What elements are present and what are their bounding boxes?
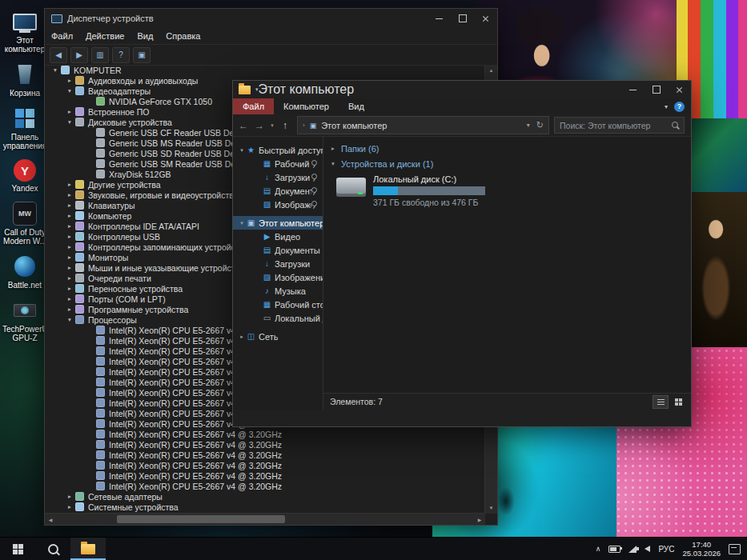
address-dropdown-icon[interactable]: ▾ <box>527 122 530 129</box>
expand-marker[interactable]: ▸ <box>66 77 74 84</box>
minimize-button[interactable] <box>428 9 451 28</box>
close-button[interactable] <box>474 9 497 28</box>
expand-marker[interactable]: ▾ <box>238 220 246 226</box>
tree-item[interactable]: Intel(R) Xeon(R) CPU E5-2667 v4 @ 3.20GH… <box>45 481 485 491</box>
ribbon-tab[interactable]: Файл <box>233 98 274 114</box>
horizontal-scrollbar[interactable]: ◀ ▶ <box>45 513 485 525</box>
tree-item[interactable]: Intel(R) Xeon(R) CPU E5-2667 v4 @ 3.20GH… <box>45 470 485 481</box>
tree-item[interactable]: Intel(R) Xeon(R) CPU E5-2667 v4 @ 3.20GH… <box>45 460 485 470</box>
expand-marker[interactable]: ▸ <box>66 285 74 292</box>
expand-marker[interactable]: ▸ <box>66 202 74 209</box>
expand-marker[interactable]: ▾ <box>66 118 74 126</box>
expand-marker[interactable]: ▸ <box>66 233 74 240</box>
expand-marker[interactable]: ▸ <box>66 503 74 510</box>
nav-item[interactable]: ▭ Локальный диск (C:) <box>233 311 323 325</box>
file-list-pane[interactable]: ▸ Папки (6) ▾ Устройства и диски (1) Лок… <box>323 137 691 410</box>
nav-item[interactable]: ↓ Загрузки <box>233 257 323 270</box>
scrollbar-thumb[interactable] <box>117 515 285 523</box>
tree-item[interactable]: Intel(R) Xeon(R) CPU E5-2667 v4 @ 3.20GH… <box>45 429 485 439</box>
language-indicator[interactable]: РУС <box>658 545 674 554</box>
tree-item[interactable]: ▸ Сетевые адаптеры <box>45 491 485 502</box>
menu-item[interactable]: Вид <box>131 31 159 41</box>
toolbar-icon[interactable]: ? <box>112 47 130 63</box>
nav-item[interactable]: ↓ Загрузки <box>233 170 323 184</box>
close-button[interactable] <box>668 81 691 98</box>
breadcrumb[interactable]: Этот компьютер <box>321 121 387 130</box>
network-icon[interactable] <box>629 546 637 553</box>
expand-marker[interactable]: ▸ <box>66 295 74 302</box>
hidden-icons-chevron[interactable]: ∧ <box>596 545 601 553</box>
toolbar-icon[interactable]: ◀ <box>50 47 67 63</box>
expand-marker[interactable]: ▸ <box>66 254 74 261</box>
expand-marker[interactable]: ▸ <box>66 306 74 313</box>
toolbar-icon[interactable]: ▶ <box>70 47 88 63</box>
nav-item[interactable]: ▤ Документы <box>233 184 323 198</box>
desktop-icon[interactable]: Этот компьютер <box>2 10 48 54</box>
device-manager-titlebar[interactable]: Диспетчер устройств <box>45 9 497 28</box>
help-icon[interactable]: ? <box>674 102 685 112</box>
start-button[interactable] <box>0 538 35 560</box>
taskbar-explorer-button[interactable] <box>70 538 106 560</box>
search-input[interactable] <box>554 117 685 134</box>
expand-marker[interactable]: ▾ <box>51 66 59 74</box>
back-icon[interactable]: ← <box>236 120 251 131</box>
refresh-icon[interactable]: ↻ <box>536 120 544 130</box>
nav-item[interactable]: ▦ Рабочий стол <box>233 157 323 170</box>
desktop-icon[interactable]: Панель управления <box>2 106 48 150</box>
menu-item[interactable]: Справка <box>159 31 207 41</box>
nav-item[interactable]: ▨ Изображения <box>233 270 323 284</box>
maximize-button[interactable] <box>645 81 668 98</box>
expand-marker[interactable]: ▸ <box>66 212 74 219</box>
scroll-right-icon[interactable]: ▶ <box>474 514 485 525</box>
expand-marker[interactable]: ▾ <box>238 147 246 154</box>
expand-marker[interactable]: ▸ <box>66 274 74 282</box>
tree-item[interactable]: ▾ KOMPUTER <box>45 65 485 75</box>
tree-item[interactable]: ▸ Системные устройства <box>45 502 485 512</box>
toolbar-icon[interactable]: ▥ <box>91 47 109 63</box>
battery-icon[interactable] <box>608 546 620 553</box>
expand-marker[interactable]: ▸ <box>66 493 74 500</box>
toolbar-icon[interactable]: ▣ <box>133 47 151 63</box>
ribbon-toggle-icon[interactable]: ▾ <box>665 103 668 110</box>
breadcrumb-chevron-icon[interactable]: › <box>303 122 305 129</box>
nav-item[interactable]: ▶ Видео <box>233 230 323 243</box>
tree-item[interactable]: Intel(R) Xeon(R) CPU E5-2667 v4 @ 3.20GH… <box>45 439 485 450</box>
nav-item[interactable]: ▤ Документы <box>233 243 323 257</box>
desktop-icon[interactable]: TechPowerUp GPU-Z <box>2 298 48 342</box>
expand-marker[interactable]: ▸ <box>66 243 74 250</box>
action-center-icon[interactable] <box>729 544 741 554</box>
nav-item[interactable]: ▾ ★ Быстрый доступ <box>233 143 323 157</box>
expand-marker[interactable]: ▾ <box>66 316 74 323</box>
expand-marker[interactable]: ▸ <box>66 264 74 271</box>
up-icon[interactable]: ↑ <box>278 120 292 131</box>
minimize-button[interactable] <box>621 81 645 98</box>
scroll-left-icon[interactable]: ◀ <box>45 514 56 525</box>
nav-item[interactable]: ♪ Музыка <box>233 284 323 298</box>
maximize-button[interactable] <box>451 9 474 28</box>
nav-item[interactable]: ▾ ▣ Этот компьютер <box>233 216 323 230</box>
thumbnail-view-button[interactable] <box>670 395 686 409</box>
expand-marker[interactable]: ▸ <box>66 222 74 230</box>
taskbar-search-button[interactable] <box>35 538 70 560</box>
collapse-icon[interactable]: ▸ <box>331 145 341 152</box>
menu-item[interactable]: Действие <box>79 31 131 41</box>
expand-marker[interactable]: ▸ <box>238 334 246 340</box>
ribbon-tab[interactable]: Компьютер <box>274 98 339 114</box>
desktop-icon[interactable]: MW Call of Duty Modern W... <box>2 202 48 246</box>
devices-group-header[interactable]: ▾ Устройства и диски (1) <box>323 156 691 171</box>
ribbon-tab[interactable]: Вид <box>339 98 374 114</box>
explorer-titlebar[interactable]: ▾ Этот компьютер <box>233 81 691 98</box>
expand-marker[interactable]: ▸ <box>66 181 74 188</box>
nav-item[interactable]: ▦ Рабочий стол <box>233 298 323 311</box>
search-icon[interactable] <box>672 122 678 128</box>
desktop-icon[interactable]: Battle.net <box>2 254 48 290</box>
expand-marker[interactable]: ▾ <box>66 87 74 94</box>
nav-item[interactable]: ▨ Изображения <box>233 198 323 211</box>
nav-item[interactable]: ▸ ◫ Сеть <box>233 330 323 343</box>
folders-group-header[interactable]: ▸ Папки (6) <box>323 141 691 156</box>
collapse-icon[interactable]: ▾ <box>331 160 341 167</box>
expand-marker[interactable]: ▸ <box>66 108 74 115</box>
expand-marker[interactable]: ▸ <box>66 191 74 198</box>
clock[interactable]: 17:40 25.03.2026 <box>682 540 721 558</box>
drive-item[interactable]: Локальный диск (C:) 371 ГБ свободно из 4… <box>336 174 691 207</box>
